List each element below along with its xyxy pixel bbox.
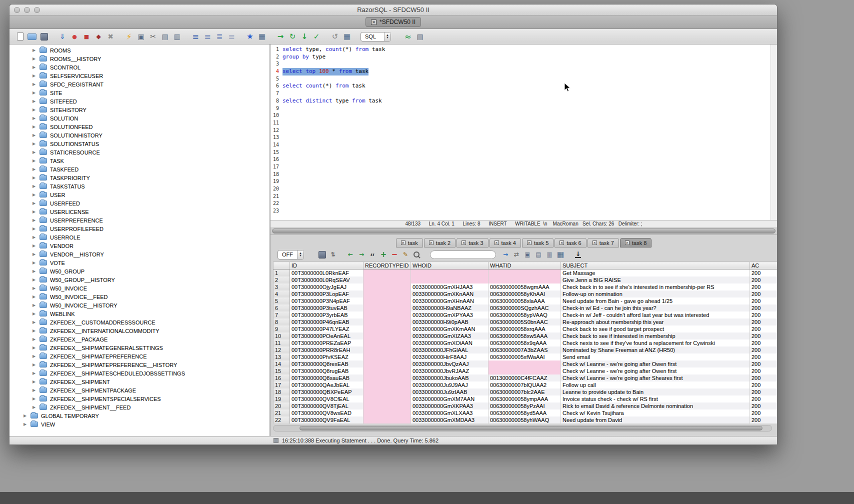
tree-item[interactable]: ▶ SITEHISTORY (10, 106, 270, 114)
tree-item[interactable]: ▶ ZKFEDEX__SHIPMENTSPECIALSERVICES (10, 394, 270, 403)
cell-subject[interactable]: Leanne to provide update to Bain (561, 388, 750, 396)
rerun-icon[interactable] (287, 31, 298, 42)
disclosure-triangle-icon[interactable]: ▶ (32, 396, 38, 401)
disclosure-triangle-icon[interactable]: ▶ (32, 124, 38, 129)
transpose-icon[interactable] (512, 250, 522, 260)
cell-subject[interactable]: Follow-up on nomination (561, 290, 750, 298)
cell-recordtypeid[interactable] (364, 298, 411, 304)
copy-results-icon[interactable] (522, 250, 532, 260)
cell-ac[interactable]: 200 (750, 410, 778, 416)
cell-ac[interactable]: 200 (750, 312, 778, 318)
close-window-button[interactable] (14, 7, 20, 13)
cell-ac[interactable]: 200 (750, 360, 778, 368)
cell-whoid[interactable]: 0033000000GmXPYAA3 (411, 312, 488, 318)
cell-id[interactable]: 00T3000000L0RqSEAV (290, 276, 364, 284)
cell-ac[interactable]: 200 (750, 318, 778, 326)
row-number-cell[interactable]: 7 (274, 312, 290, 318)
cell-subject[interactable]: Check w/ Kevin Tsujihara (561, 410, 750, 416)
sort-icon[interactable] (328, 250, 338, 260)
editor-line[interactable]: 22 (270, 200, 777, 208)
close-tab-icon[interactable] (401, 240, 406, 245)
tree-item[interactable]: ▶ TASKPRIORITY (10, 174, 270, 182)
column-header-whoid[interactable]: WHOID (411, 262, 488, 270)
grid-view-icon[interactable] (556, 250, 566, 260)
copy-icon[interactable] (136, 31, 146, 42)
editor-line[interactable]: 19 (270, 178, 777, 186)
grid-row[interactable]: 5 00T3000000P3N4pEAF 0033000000GmXHnAAN … (274, 298, 778, 304)
delete-icon[interactable] (105, 31, 116, 42)
cell-ac[interactable]: 200 (750, 368, 778, 374)
editor-horizontal-scrollbar[interactable] (270, 228, 777, 235)
grid-row[interactable]: 13 00T3000000PfvKSEAZ 0033000000HirF8AAJ… (274, 354, 778, 360)
cell-whatid[interactable]: 006300000058xlaAAA (488, 298, 561, 304)
tree-item[interactable]: ▶ WEBLINK (10, 310, 270, 318)
grid-row[interactable]: 11 00T3000000PREZaEAP 0033000000GmXOiAAN… (274, 340, 778, 346)
cell-ac[interactable]: 200 (750, 332, 778, 340)
grid-row[interactable]: 22 00T3000000QV9FaEAL 0033000000GmXMDAA3… (274, 416, 778, 424)
cell-whoid[interactable]: 0033000000GmXHJAA3 (411, 284, 488, 290)
results-tab[interactable]: task 5 (522, 238, 554, 248)
cell-subject[interactable]: Check w/ Leanne - we're going after Owen… (561, 368, 750, 374)
cell-ac[interactable]: 200 (750, 290, 778, 298)
tree-item[interactable]: ▶ SITE (10, 88, 270, 97)
goto-icon[interactable] (500, 250, 510, 260)
disclosure-triangle-icon[interactable]: ▶ (24, 422, 30, 426)
cell-subject[interactable]: Check nexis to see if they've found a re… (561, 340, 750, 346)
close-tab-icon[interactable] (560, 240, 564, 245)
cell-recordtypeid[interactable] (364, 416, 411, 424)
cell-id[interactable]: 00T3000000QV8wsEAD (290, 410, 364, 416)
tree-item[interactable]: ▶ ZKFEDEX__SHIPMENT (10, 378, 270, 386)
cell-whoid[interactable]: 0033000000GmXHnAAN (411, 298, 488, 304)
disclosure-triangle-icon[interactable]: ▶ (32, 346, 38, 350)
tree-item[interactable]: ▶ USERPREFERENCE (10, 216, 270, 224)
cell-subject[interactable]: Get Massage (561, 270, 750, 276)
editor-line[interactable]: 17 (270, 164, 777, 171)
disclosure-triangle-icon[interactable]: ▶ (32, 303, 38, 308)
tree-item[interactable]: ▶ ZKFEDEX__CUSTOMADDRESSSOURCE (10, 318, 270, 326)
cell-ac[interactable]: 200 (750, 346, 778, 354)
cell-recordtypeid[interactable] (364, 326, 411, 332)
disclosure-triangle-icon[interactable]: ▶ (32, 260, 38, 265)
print-results-icon[interactable] (544, 250, 554, 260)
cell-ac[interactable]: 200 (750, 298, 778, 304)
grid-row[interactable]: 18 00T3000000QBXPeEAP 0033000000Ju9zIAAB… (274, 388, 778, 396)
disclosure-triangle-icon[interactable]: ▶ (32, 108, 38, 112)
disclosure-triangle-icon[interactable]: ▶ (32, 99, 38, 104)
grid-row[interactable]: 8 00T3000000P46qnEAB 0033000000H9i0pAAB … (274, 318, 778, 326)
export-results-icon[interactable] (534, 250, 544, 260)
cell-ac[interactable]: 200 (750, 276, 778, 284)
cell-whatid[interactable]: 006300000058yPzAAI (488, 402, 561, 410)
disclosure-triangle-icon[interactable]: ▶ (32, 320, 38, 324)
row-number-cell[interactable]: 14 (274, 360, 290, 368)
cell-subject[interactable]: Check back to see if good target prospec… (561, 326, 750, 332)
row-number-cell[interactable]: 15 (274, 368, 290, 374)
cell-recordtypeid[interactable] (364, 304, 411, 312)
disclosure-triangle-icon[interactable]: ▶ (24, 414, 30, 418)
disclosure-triangle-icon[interactable]: ▶ (32, 150, 38, 154)
disclosure-triangle-icon[interactable]: ▶ (32, 184, 38, 188)
max-rows-select[interactable]: OFF ▲▼ (278, 250, 304, 260)
disclosure-triangle-icon[interactable]: ▶ (32, 328, 38, 333)
cell-subject[interactable]: Nominated by Shane Freeman at ANZ (HR50) (561, 346, 750, 354)
results-tab[interactable]: task 8 (620, 238, 652, 248)
zoom-window-button[interactable] (34, 7, 40, 13)
cell-recordtypeid[interactable] (364, 318, 411, 326)
disclosure-triangle-icon[interactable]: ▶ (32, 405, 38, 410)
cell-recordtypeid[interactable] (364, 354, 411, 360)
cell-recordtypeid[interactable] (364, 346, 411, 354)
cell-recordtypeid[interactable] (364, 360, 411, 368)
cell-recordtypeid[interactable] (364, 368, 411, 374)
tree-item[interactable]: ▶ W50_GROUP__HISTORY (10, 276, 270, 284)
disclosure-triangle-icon[interactable]: ▶ (32, 226, 38, 231)
row-number-cell[interactable]: 13 (274, 354, 290, 360)
cell-whoid[interactable]: 0033000000Ju9J9AAJ (411, 382, 488, 388)
cell-whoid[interactable] (411, 276, 488, 284)
stepper-arrows-icon[interactable]: ▲▼ (384, 32, 390, 41)
execute-icon[interactable] (124, 31, 134, 42)
results-tab[interactable]: task 7 (588, 238, 619, 248)
cell-subject[interactable]: Re-approach about membership this year (561, 318, 750, 326)
tree-item[interactable]: ▶ USERLICENSE (10, 208, 270, 216)
cell-ac[interactable]: 200 (750, 326, 778, 332)
cell-whatid[interactable]: 006300000058yKhAAI (488, 290, 561, 298)
validate-icon[interactable] (311, 31, 322, 42)
